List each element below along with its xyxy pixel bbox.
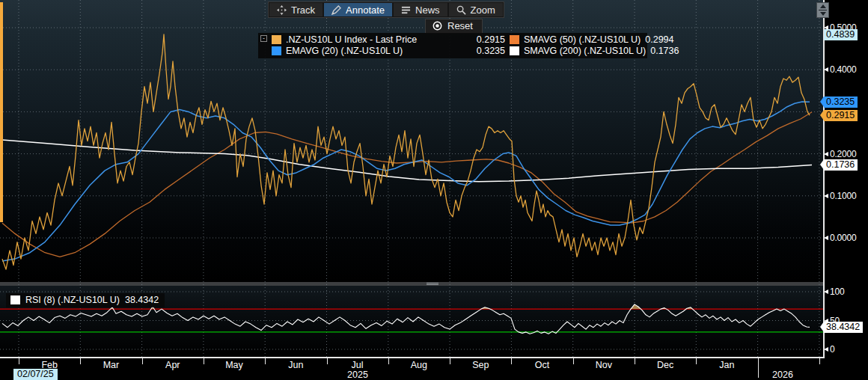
rsi-legend-value: 38.4342 <box>125 295 159 305</box>
month-label-aug: Aug <box>411 360 427 370</box>
toolbar-button-zoom[interactable]: Zoom <box>449 3 503 16</box>
y-axis-tick: 0.4000 <box>824 65 857 74</box>
step-up-icon[interactable] <box>820 4 826 8</box>
y-axis-tick-label: 0.1000 <box>830 191 857 201</box>
toolbar-button-annotate[interactable]: Annotate <box>324 3 392 16</box>
toolbar-button-label: News <box>415 4 440 16</box>
x-axis-tick <box>265 358 266 364</box>
badge-notch <box>820 96 824 107</box>
year-label-2025: 2025 <box>347 370 368 380</box>
rsi-axis-tick-label: 100 <box>830 286 844 297</box>
legend-value: 0.1736 <box>650 46 683 56</box>
price-badge-0.4839: 0.4839 <box>824 29 858 40</box>
reset-button[interactable]: Reset <box>425 19 483 34</box>
price-badge-0.3235: 0.3235 <box>824 96 858 108</box>
y-axis-tick: 0.2000 <box>824 150 857 159</box>
stepper-divider <box>819 10 827 10</box>
month-label-nov: Nov <box>596 360 612 370</box>
legend-item-2[interactable]: EMAVG (20) (.NZ-US10L U)0.3235 <box>272 46 510 56</box>
reset-icon <box>433 21 442 31</box>
legend: - .NZ-US10L U Index - Last Price0.2915SM… <box>258 33 647 58</box>
time-axis[interactable] <box>0 357 825 358</box>
year-boundary-tick <box>758 358 759 378</box>
legend-label: EMAVG (20) (.NZ-US10L U) <box>286 46 403 56</box>
toolbar-button-label: Zoom <box>471 4 495 16</box>
chart-window: TrackAnnotateNewsZoom Reset - .NZ-US10L … <box>0 0 868 380</box>
x-axis-tick <box>819 358 820 364</box>
step-down-icon[interactable] <box>820 12 826 16</box>
legend-value: 0.2915 <box>477 34 510 45</box>
series-smavg <box>2 112 812 257</box>
series-start-marker <box>0 2 3 222</box>
toolbar-button-news[interactable]: News <box>394 3 447 16</box>
badge-notch <box>820 110 824 120</box>
month-label-jul: Jul <box>352 360 364 370</box>
price-badge-0.1736: 0.1736 <box>824 159 858 171</box>
legend-value: 0.3235 <box>477 46 510 56</box>
year-label-2026: 2026 <box>772 370 793 380</box>
price-badge-0.2915: 0.2915 <box>824 110 858 121</box>
legend-label: SMAVG (50) (.NZ-US10L U) <box>524 34 641 45</box>
legend-item-0[interactable]: .NZ-US10L U Index - Last Price0.2915 <box>272 34 510 45</box>
tick-arrow-icon <box>824 347 828 352</box>
month-label-jun: Jun <box>288 360 303 370</box>
legend-value: 0.2994 <box>645 34 678 45</box>
news-lines-icon <box>401 5 411 15</box>
month-label-jan: Jan <box>719 360 734 370</box>
badge-notch <box>820 322 824 332</box>
x-axis-tick <box>450 358 450 364</box>
legend-collapse-icon[interactable]: - <box>260 35 267 42</box>
legend-swatch <box>510 46 519 55</box>
rsi-legend[interactable]: RSI (8) (.NZ-US10L U) 38.4342 <box>6 293 165 307</box>
legend-label: SMAVG (200) (.NZ-US10L U) <box>524 46 646 56</box>
month-label-may: May <box>225 360 243 370</box>
legend-item-3[interactable]: SMAVG (200) (.NZ-US10L U)0.1736 <box>510 46 647 56</box>
rsi-axis-tick: 100 <box>824 287 844 296</box>
x-axis-tick <box>573 358 574 364</box>
legend-swatch <box>510 35 519 44</box>
y-axis-tick-label: 0.2000 <box>830 149 857 159</box>
toolbar-button-label: Track <box>291 4 315 16</box>
y-axis-tick-label: 0.0000 <box>830 233 857 243</box>
month-label-mar: Mar <box>103 360 120 370</box>
tick-arrow-icon <box>824 152 828 156</box>
tick-arrow-icon <box>824 194 828 198</box>
rsi-swatch <box>10 295 20 304</box>
month-label-apr: Apr <box>165 360 180 370</box>
rsi-axis-tick-label: 0 <box>830 344 834 355</box>
legend-swatch <box>272 35 281 44</box>
rsi-legend-label: RSI (8) (.NZ-US10L U) <box>25 295 120 305</box>
x-axis-tick <box>388 358 389 364</box>
x-axis-tick <box>696 358 697 364</box>
pencil-icon <box>331 5 341 15</box>
tick-arrow-icon <box>824 289 828 294</box>
tick-arrow-icon <box>824 236 828 240</box>
x-axis-tick <box>635 358 635 364</box>
tick-arrow-icon <box>824 67 828 72</box>
y-axis-tick-label: 0.4000 <box>830 64 857 75</box>
price-axis[interactable] <box>823 0 825 358</box>
x-axis-tick <box>80 358 81 364</box>
legend-item-1[interactable]: SMAVG (50) (.NZ-US10L U)0.2994 <box>510 34 647 45</box>
y-axis-tick: 0.0000 <box>824 233 857 242</box>
badge-notch <box>820 159 824 170</box>
x-axis-tick <box>142 358 143 364</box>
chart-toolbar: TrackAnnotateNewsZoom <box>268 1 504 18</box>
reset-label: Reset <box>447 20 473 31</box>
x-axis-tick <box>19 358 19 364</box>
x-axis-tick <box>327 358 328 364</box>
axis-scale-stepper[interactable] <box>816 2 829 18</box>
y-axis-tick: 0.1000 <box>824 191 857 200</box>
legend-label: .NZ-US10L U Index - Last Price <box>286 34 417 45</box>
month-label-feb: Feb <box>41 360 58 370</box>
toolbar-button-track[interactable]: Track <box>269 3 323 16</box>
month-label-oct: Oct <box>535 360 549 370</box>
month-label-dec: Dec <box>657 360 673 370</box>
rsi-value-badge: 38.4342 <box>824 322 863 333</box>
rsi-axis-tick: 0 <box>824 345 834 354</box>
toolbar-button-label: Annotate <box>346 4 385 16</box>
start-date-badge: 02/07/25 <box>13 369 58 380</box>
month-label-sep: Sep <box>472 360 489 370</box>
x-axis-tick <box>204 358 204 364</box>
x-axis-tick <box>511 358 512 364</box>
